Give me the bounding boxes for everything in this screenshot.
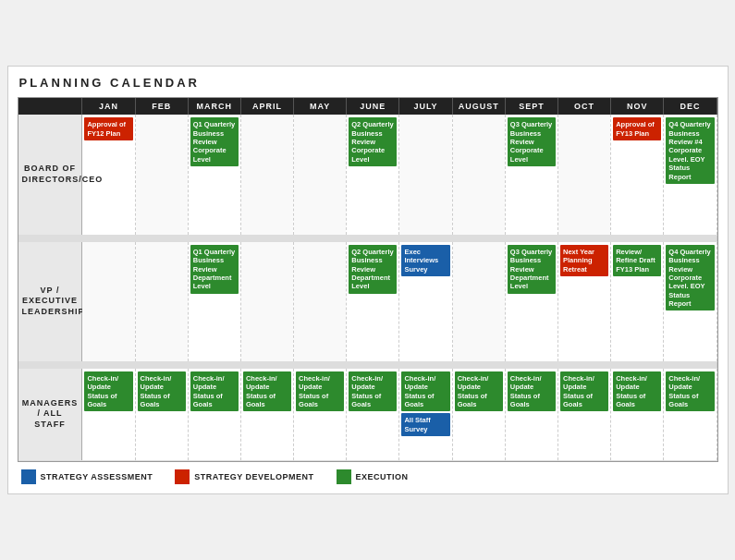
- board-august: [452, 115, 505, 235]
- legend-red-box: [175, 469, 190, 484]
- header-oct: OCT: [557, 98, 610, 115]
- vp-label: VP / EXECUTIVE LEADERSHIP: [18, 241, 82, 361]
- managers-row: MANAGERS / ALL STAFF Check-in/ Update St…: [18, 368, 717, 460]
- legend-strategy-assessment-label: STRATEGY ASSESSMENT: [41, 472, 153, 481]
- vp-nov-event: Review/ Refine Draft FY13 Plan: [613, 245, 661, 276]
- managers-sept-event: Check-in/ Update Status of Goals: [508, 371, 556, 412]
- managers-august: Check-in/ Update Status of Goals: [452, 368, 505, 460]
- board-june-event: Q2 Quarterly Business Review Corporate L…: [349, 117, 397, 166]
- vp-row: VP / EXECUTIVE LEADERSHIP Q1 Quarterly B…: [18, 241, 717, 361]
- board-jan: Approval of FY12 Plan: [82, 115, 135, 235]
- legend-green-box: [337, 469, 351, 484]
- board-oct: [557, 115, 610, 235]
- vp-oct-event: Next Year Planning Retreat: [560, 245, 608, 276]
- vp-july: Exec Interviews Survey: [399, 241, 452, 361]
- managers-jan: Check-in/ Update Status of Goals: [82, 368, 135, 460]
- vp-march-event: Q1 Quarterly Business Review Department …: [190, 245, 239, 294]
- board-row: BOARD OF DIRECTORS/CEO Approval of FY12 …: [18, 115, 717, 235]
- vp-jan: [82, 241, 135, 361]
- managers-april: Check-in/ Update Status of Goals: [240, 368, 293, 460]
- legend-blue-box: [21, 469, 36, 484]
- board-sept-event: Q3 Quarterly Business Review Corporate L…: [508, 117, 556, 166]
- managers-june: Check-in/ Update Status of Goals: [347, 368, 399, 460]
- board-april: [240, 115, 293, 235]
- managers-oct-event: Check-in/ Update Status of Goals: [560, 371, 608, 412]
- managers-dec-event: Check-in/ Update Status of Goals: [666, 371, 714, 412]
- vp-sept-event: Q3 Quarterly Business Review Department …: [508, 245, 556, 294]
- board-label: BOARD OF DIRECTORS/CEO: [18, 115, 82, 235]
- legend-execution: EXECUTION: [337, 469, 409, 484]
- vp-march: Q1 Quarterly Business Review Department …: [188, 241, 240, 361]
- calendar-table: JAN FEB MARCH APRIL MAY JUNE JULY AUGUST…: [18, 98, 717, 461]
- board-jan-event: Approval of FY12 Plan: [84, 117, 132, 140]
- board-nov-event: Approval of FY13 Plan: [613, 117, 661, 140]
- board-march: Q1 Quarterly Business Review Corporate L…: [188, 115, 240, 235]
- header-august: AUGUST: [452, 98, 505, 115]
- divider-2: [18, 361, 717, 368]
- divider-1: [18, 235, 717, 241]
- header-dec: DEC: [664, 98, 717, 115]
- board-dec: Q4 Quarterly Business Review #4 Corporat…: [664, 115, 717, 235]
- header-sept: SEPT: [505, 98, 557, 115]
- header-feb: FEB: [135, 98, 188, 115]
- legend-strategy-development: STRATEGY DEVELOPMENT: [175, 469, 313, 484]
- board-dec-event: Q4 Quarterly Business Review #4 Corporat…: [666, 117, 714, 184]
- managers-nov: Check-in/ Update Status of Goals: [611, 368, 664, 460]
- managers-august-event: Check-in/ Update Status of Goals: [455, 371, 503, 412]
- header-may: MAY: [294, 98, 347, 115]
- vp-feb: [135, 241, 188, 361]
- managers-may: Check-in/ Update Status of Goals: [294, 368, 347, 460]
- managers-may-event: Check-in/ Update Status of Goals: [296, 371, 344, 412]
- header-jan: JAN: [82, 98, 135, 115]
- managers-sept: Check-in/ Update Status of Goals: [505, 368, 557, 460]
- managers-oct: Check-in/ Update Status of Goals: [557, 368, 610, 460]
- managers-nov-event: Check-in/ Update Status of Goals: [613, 371, 661, 412]
- vp-april: [240, 241, 293, 361]
- legend-strategy-development-label: STRATEGY DEVELOPMENT: [194, 472, 313, 481]
- managers-july: Check-in/ Update Status of Goals All Sta…: [399, 368, 452, 460]
- header-july: JULY: [399, 98, 452, 115]
- managers-june-event: Check-in/ Update Status of Goals: [349, 371, 397, 412]
- vp-dec-event: Q4 Quarterly Business Review Corporate L…: [666, 245, 714, 311]
- managers-april-event: Check-in/ Update Status of Goals: [243, 371, 291, 412]
- managers-march-event: Check-in/ Update Status of Goals: [190, 371, 239, 412]
- board-july: [399, 115, 452, 235]
- legend-strategy-assessment: STRATEGY ASSESSMENT: [21, 469, 153, 484]
- board-sept: Q3 Quarterly Business Review Corporate L…: [505, 115, 557, 235]
- board-may: [294, 115, 347, 235]
- vp-june: Q2 Quarterly Business Review Department …: [347, 241, 399, 361]
- managers-feb-event: Check-in/ Update Status of Goals: [138, 371, 186, 412]
- managers-jan-event: Check-in/ Update Status of Goals: [84, 371, 132, 412]
- vp-august: [452, 241, 505, 361]
- vp-july-event: Exec Interviews Survey: [401, 245, 449, 276]
- header-empty: [18, 98, 82, 115]
- calendar-wrapper: JAN FEB MARCH APRIL MAY JUNE JULY AUGUST…: [18, 97, 718, 462]
- planning-calendar-container: PLANNING CALENDAR JAN FEB MARCH APRIL MA…: [7, 66, 729, 494]
- legend: STRATEGY ASSESSMENT STRATEGY DEVELOPMENT…: [18, 469, 718, 484]
- board-feb: [135, 115, 188, 235]
- vp-nov: Review/ Refine Draft FY13 Plan: [611, 241, 664, 361]
- vp-may: [294, 241, 347, 361]
- managers-label: MANAGERS / ALL STAFF: [18, 368, 82, 460]
- managers-july-checkin-event: Check-in/ Update Status of Goals: [401, 371, 449, 412]
- board-june: Q2 Quarterly Business Review Corporate L…: [347, 115, 399, 235]
- legend-execution-label: EXECUTION: [356, 472, 409, 481]
- managers-dec: Check-in/ Update Status of Goals: [664, 368, 717, 460]
- vp-june-event: Q2 Quarterly Business Review Department …: [349, 245, 397, 294]
- vp-sept: Q3 Quarterly Business Review Department …: [505, 241, 557, 361]
- managers-july-survey-event: All Staff Survey: [401, 413, 449, 436]
- header-march: MARCH: [188, 98, 240, 115]
- header-april: APRIL: [240, 98, 293, 115]
- header-june: JUNE: [347, 98, 399, 115]
- vp-dec: Q4 Quarterly Business Review Corporate L…: [664, 241, 717, 361]
- board-nov: Approval of FY13 Plan: [611, 115, 664, 235]
- page-title: PLANNING CALENDAR: [18, 76, 718, 90]
- managers-march: Check-in/ Update Status of Goals: [188, 368, 240, 460]
- managers-feb: Check-in/ Update Status of Goals: [135, 368, 188, 460]
- header-row: JAN FEB MARCH APRIL MAY JUNE JULY AUGUST…: [18, 98, 717, 115]
- header-nov: NOV: [611, 98, 664, 115]
- vp-oct: Next Year Planning Retreat: [557, 241, 610, 361]
- board-march-event: Q1 Quarterly Business Review Corporate L…: [190, 117, 239, 166]
